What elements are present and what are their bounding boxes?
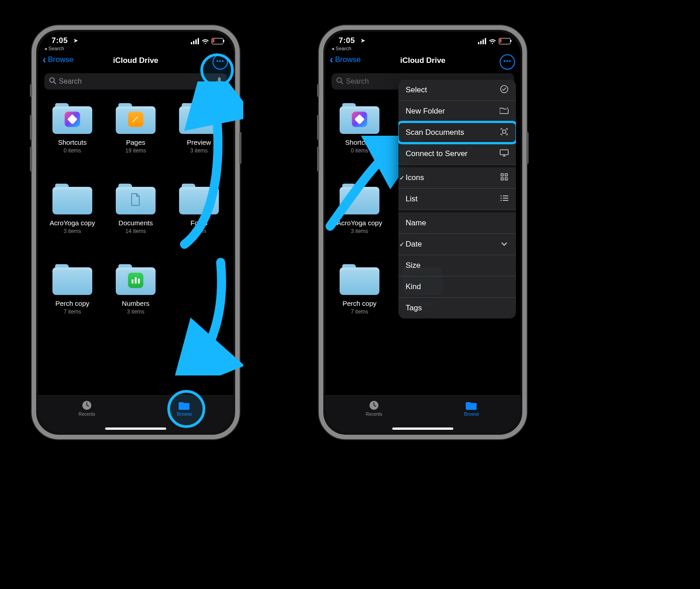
svg-rect-10 (501, 174, 503, 176)
menu-item-icons[interactable]: ✓ Icons (398, 165, 516, 189)
folder-icon (116, 264, 156, 295)
svg-rect-13 (505, 178, 507, 180)
menu-item-date[interactable]: ✓ Date (398, 234, 516, 255)
ellipsis-icon: ••• (503, 57, 511, 65)
shortcuts-app-icon (352, 112, 367, 127)
folder-name: Shortcuts (58, 138, 86, 147)
cellular-icon (478, 38, 486, 44)
notch (90, 32, 182, 43)
monitor-icon (500, 149, 509, 159)
home-indicator[interactable] (105, 428, 166, 430)
chevron-down-icon (500, 240, 509, 249)
notch (377, 32, 469, 43)
volume-up (317, 115, 319, 140)
checkmark-circle-icon (500, 85, 509, 95)
svg-line-1 (54, 82, 56, 84)
folder-shortcuts[interactable]: Shortcuts 0 items (46, 103, 99, 154)
tab-label: Browse (464, 412, 479, 417)
folder-meta: 7 items (351, 309, 369, 315)
folder-icon (116, 184, 156, 214)
checkmark-icon: ✓ (398, 241, 407, 248)
menu-item-tags[interactable]: Tags (398, 298, 516, 318)
folder-name: Numbers (122, 299, 150, 308)
svg-rect-8 (503, 130, 506, 133)
menu-item-scan-documents[interactable]: Scan Documents (398, 122, 516, 143)
pages-app-icon (128, 112, 143, 127)
menu-item-name[interactable]: Name (398, 210, 516, 234)
folder-icon (52, 103, 92, 134)
status-back-app[interactable]: ◂ Search (44, 46, 64, 52)
folder-meta: 3 items (64, 228, 81, 234)
more-button[interactable]: ••• (500, 54, 515, 70)
folder-meta: 3 items (127, 309, 145, 315)
wifi-icon (202, 38, 209, 44)
volume-down (30, 147, 32, 171)
folder-name: Pages (126, 138, 146, 147)
search-placeholder: Search (346, 77, 369, 86)
volume-up (30, 115, 32, 140)
tab-label: Recents (366, 412, 383, 417)
folder-perch[interactable]: Perch copy 7 items (333, 264, 386, 315)
list-icon (500, 195, 509, 204)
more-menu: Select New Folder Scan Documents Connect… (398, 80, 516, 318)
scan-icon (500, 128, 509, 138)
document-glyph-icon (131, 193, 141, 208)
folder-tab-icon (466, 400, 478, 410)
shortcuts-app-icon (65, 112, 80, 127)
svg-rect-12 (501, 178, 503, 180)
folder-perch[interactable]: Perch copy 7 items (46, 264, 99, 315)
tab-label: Recents (79, 412, 95, 417)
status-time: 7:05 (339, 36, 355, 45)
folder-icon (52, 264, 92, 295)
search-placeholder: Search (59, 77, 82, 86)
annotation-arrow-down (162, 258, 243, 375)
battery-icon (499, 38, 511, 44)
grid-icon (500, 173, 509, 183)
volume-down (317, 147, 319, 171)
menu-item-kind[interactable]: Kind (398, 276, 516, 298)
status-back-app[interactable]: ◂ Search (331, 46, 351, 52)
svg-line-5 (341, 82, 343, 84)
menu-item-connect-server[interactable]: Connect to Server (398, 143, 516, 165)
mute-switch (317, 84, 319, 97)
checkmark-icon: ✓ (398, 174, 407, 181)
search-icon (49, 77, 56, 86)
folder-acroyoga[interactable]: AcroYoga copy 3 items (46, 184, 99, 234)
mute-switch (30, 84, 32, 97)
folder-meta: 7 items (64, 309, 81, 315)
annotation-arrow-up (153, 81, 243, 253)
folder-icon (340, 103, 379, 134)
folder-name: Documents (118, 219, 153, 227)
clock-icon (81, 400, 93, 410)
folder-numbers[interactable]: Numbers 3 items (109, 264, 162, 315)
folder-name: Perch copy (55, 299, 89, 308)
wifi-icon (489, 38, 496, 44)
folder-icon (340, 264, 379, 295)
nav-bar: ‹ Browse iCloud Drive ••• (325, 52, 520, 71)
svg-rect-11 (505, 174, 507, 176)
status-time: 7:05 (52, 36, 68, 45)
folder-icon (52, 184, 92, 214)
clock-icon (368, 400, 380, 410)
folder-icon (116, 103, 156, 134)
menu-item-new-folder[interactable]: New Folder (398, 101, 516, 122)
home-indicator[interactable] (393, 428, 454, 430)
side-button (526, 132, 529, 164)
location-icon: ➤ (73, 37, 78, 44)
menu-item-list[interactable]: List (398, 189, 516, 210)
annotation-circle-browse (167, 390, 205, 428)
folder-meta: 19 items (125, 147, 146, 154)
folder-meta: 0 items (64, 147, 81, 154)
page-title: iCloud Drive (325, 56, 520, 65)
svg-point-14 (501, 195, 501, 196)
menu-item-select[interactable]: Select (398, 80, 516, 101)
folder-name: AcroYoga copy (50, 219, 95, 227)
numbers-app-icon (128, 273, 143, 288)
battery-icon (212, 38, 223, 44)
new-folder-icon (500, 107, 509, 116)
folder-name: Perch copy (342, 299, 376, 308)
menu-item-size[interactable]: Size (398, 255, 516, 276)
svg-point-18 (501, 200, 501, 201)
svg-rect-9 (500, 150, 508, 155)
search-icon (336, 77, 343, 86)
